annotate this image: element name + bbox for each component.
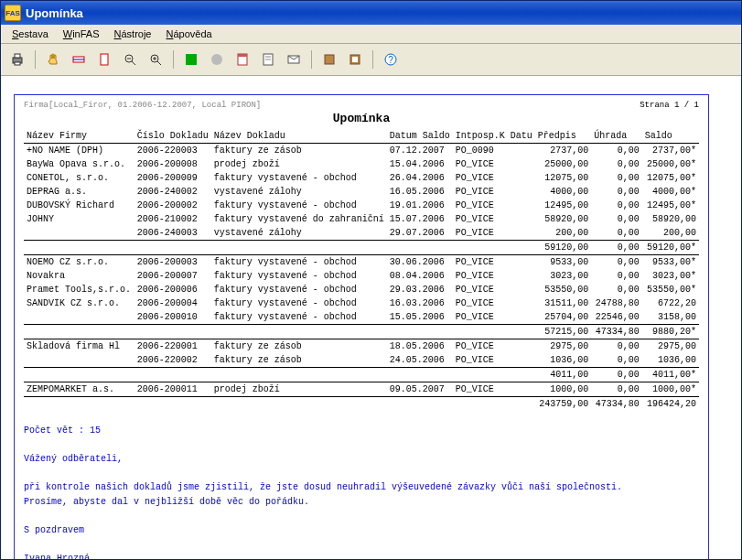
report-viewport[interactable]: Firma[Local_Firor, 01.2006-12.2007, Loca… xyxy=(1,76,741,559)
svg-rect-4 xyxy=(101,54,108,65)
tool2-icon[interactable] xyxy=(344,48,366,70)
toolbar: ? xyxy=(1,44,741,76)
table-row: ZEMPOMARKET a.s.2006-200011prodej zboží0… xyxy=(24,382,699,397)
table-row: NOEMO CZ s.r.o.2006-200003faktury vystav… xyxy=(24,255,699,270)
report-table: Název Firmy Číslo Dokladu Název Dokladu … xyxy=(24,129,699,411)
table-row: SANDVIK CZ s.r.o.2006-200004faktury vyst… xyxy=(24,296,699,310)
svg-line-9 xyxy=(157,61,161,65)
svg-text:?: ? xyxy=(388,55,393,65)
col-datum: Datum Saldo xyxy=(387,129,453,144)
table-row: 59120,000,0059120,00* xyxy=(24,241,699,255)
col-saldo: Saldo xyxy=(642,129,699,144)
svg-rect-22 xyxy=(352,57,358,62)
report-page: Firma[Local_Firor, 01.2006-12.2007, Loca… xyxy=(14,94,709,559)
table-row: 4011,000,004011,00* xyxy=(24,368,699,382)
svg-rect-2 xyxy=(15,62,20,65)
col-kdatu: Intposp.K Datu xyxy=(453,129,535,144)
table-row: 57215,0047334,809880,20* xyxy=(24,325,699,339)
window-title: Upomínka xyxy=(26,6,83,20)
col-cislo: Číslo Dokladu xyxy=(134,129,211,144)
header-page: Strana 1 / 1 xyxy=(640,101,699,110)
table-row: 2006-240003vystavené zálohy29.07.2006PO_… xyxy=(24,226,699,241)
table-row: +NO NAME (DPH)2006-220003faktury ze záso… xyxy=(24,144,699,158)
footer-l2: při kontrole našich dokladů jsme zjistil… xyxy=(24,480,699,495)
table-row: CONETOL, s.r.o.2006-200009faktury vystav… xyxy=(24,171,699,185)
table-row: 2006-200010faktury vystavené - obchod15.… xyxy=(24,310,699,325)
print-icon[interactable] xyxy=(6,48,28,70)
doc1-icon[interactable] xyxy=(231,48,253,70)
table-row: Skladová firma Hl2006-220001faktury ze z… xyxy=(24,339,699,354)
table-row: 243759,0047334,80196424,20 xyxy=(24,397,699,412)
footer-l3: Prosíme, abyste dal v nejbližší době věc… xyxy=(24,495,699,510)
report-title: Upomínka xyxy=(24,112,699,125)
table-row: DEPRAG a.s.2006-240002vystavené zálohy16… xyxy=(24,185,699,199)
svg-point-13 xyxy=(211,54,222,65)
stop-icon[interactable] xyxy=(206,48,228,70)
mail-icon[interactable] xyxy=(283,48,305,70)
help-icon[interactable]: ? xyxy=(380,48,402,70)
menu-sestava[interactable]: Sestava xyxy=(5,27,56,41)
run-icon[interactable] xyxy=(180,48,202,70)
footer-text: Počet vět : 15 Vážený odběrateli, při ko… xyxy=(24,424,699,559)
footer-sig: Ivana Hrozná xyxy=(24,552,699,560)
menu-winfas[interactable]: WinFAS xyxy=(56,27,107,41)
footer-count: Počet vět : 15 xyxy=(24,424,699,438)
hand-icon[interactable] xyxy=(42,48,64,70)
footer-greet: Vážený odběrateli, xyxy=(24,452,699,467)
fit-page-icon[interactable] xyxy=(93,48,115,70)
col-nazev: Název Dokladu xyxy=(211,129,387,144)
table-row: DUBOVSKÝ Richard2006-200002faktury vysta… xyxy=(24,199,699,212)
footer-l4: S pozdravem xyxy=(24,523,699,538)
col-predpis: Předpis xyxy=(535,129,591,144)
table-row: BayWa Opava s.r.o.2006-200008prodej zbož… xyxy=(24,157,699,171)
svg-rect-12 xyxy=(186,54,197,65)
svg-rect-20 xyxy=(325,55,334,64)
zoom-in-icon[interactable] xyxy=(145,48,167,70)
zoom-out-icon[interactable] xyxy=(119,48,141,70)
menu-nastroje[interactable]: Nástroje xyxy=(107,27,159,41)
col-uhrada: Úhrada xyxy=(591,129,641,144)
table-row: JOHNY2006-210002faktury vystavené do zah… xyxy=(24,212,699,226)
table-row: Novakra2006-200007faktury vystavené - ob… xyxy=(24,269,699,283)
menubar: Sestava WinFAS Nástroje Nápověda xyxy=(1,25,741,44)
table-row: Pramet Tools,s.r.o.2006-200006faktury vy… xyxy=(24,283,699,296)
fit-width-icon[interactable] xyxy=(68,48,90,70)
tool1-icon[interactable] xyxy=(318,48,340,70)
menu-napoveda[interactable]: Nápověda xyxy=(159,27,220,41)
svg-rect-1 xyxy=(15,54,20,58)
doc2-icon[interactable] xyxy=(257,48,279,70)
titlebar: FAS Upomínka xyxy=(1,1,741,25)
svg-rect-15 xyxy=(238,54,247,57)
app-icon: FAS xyxy=(5,5,21,21)
col-firma: Název Firmy xyxy=(24,129,134,144)
header-left: Firma[Local_Firor, 01.2006-12.2007, Loca… xyxy=(24,101,261,110)
table-row: 2006-220002faktury ze zásob24.05.2006PO_… xyxy=(24,353,699,368)
svg-line-6 xyxy=(132,61,135,65)
main-window: FAS Upomínka Sestava WinFAS Nástroje Náp… xyxy=(0,0,742,560)
